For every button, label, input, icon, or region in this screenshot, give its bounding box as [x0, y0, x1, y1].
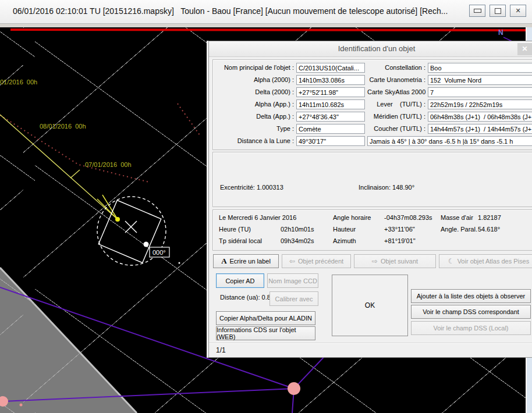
type-field[interactable]: Comète — [296, 124, 365, 134]
minimize-icon — [474, 9, 481, 13]
objet-suivant-text: Objet suivant — [381, 258, 418, 265]
objet-precedent-text: Objet précédent — [298, 258, 343, 265]
objet-suivant-button[interactable]: ⇨ Objet suivant — [354, 254, 436, 268]
object-counter: 1/1 — [216, 346, 226, 354]
north-indicator: N — [498, 29, 503, 37]
calibrer-avec-button[interactable]: Calibrer avec — [269, 291, 318, 306]
visibility-field: Jamais à 45° | à 30° dans -6.5 h |à 15° … — [367, 136, 532, 146]
ecrire-label-button[interactable]: A Ecrire un label — [213, 254, 279, 268]
type-label: Type : — [215, 124, 294, 134]
trajectory-date-label-08: 08/01/2016 00h — [40, 123, 86, 130]
window-frame-strip — [0, 24, 532, 27]
status-separator — [209, 343, 532, 343]
delta2000-field[interactable]: +27°52'11.98" — [296, 87, 365, 97]
angle-horaire-value: -04h37m08.293s — [384, 214, 441, 226]
copier-aladin-button[interactable]: Copier Alpha/Delta pour ALADIN — [216, 311, 315, 325]
informations-cds-button[interactable]: Informations CDS sur l'objet (WEB) — [216, 326, 315, 340]
voir-dss-correspondant-button[interactable]: Voir le champ DSS correspondant — [411, 305, 531, 319]
meridien-field[interactable]: 06h48m38s (J+1) / 06h48m38s (J+1) — [428, 112, 532, 122]
bright-star-dot[interactable] — [288, 382, 300, 395]
masse-air-label: Masse d'air — [441, 214, 478, 226]
dialog-close-icon: ✕ — [522, 45, 527, 53]
paral-label: Angle. Paral. — [441, 226, 478, 237]
nom-label: Nom principal de l'objet : — [215, 63, 294, 73]
heure-value: 02h10m01s — [281, 226, 333, 237]
voir-atlas-text: Voir objet Atlas des Pises — [457, 258, 530, 265]
angle-label-text: 000° — [152, 249, 166, 256]
meridien-label: Méridien (TU/TL) : — [367, 112, 425, 122]
bright-star-dot-left[interactable] — [0, 396, 8, 407]
window-title: 06/01/2016 02:10:01 TU [20151216.mapsky]… — [13, 6, 448, 16]
hauteur-value: +33°11'06" — [384, 226, 441, 237]
alphaapp-label: Alpha (App.) : — [215, 99, 294, 109]
trajectory-date-label-top: 01/2016 00h — [0, 79, 37, 86]
deltaapp-label: Delta (App.) : — [215, 112, 294, 122]
skyatlas-label: Carte SkyAtlas 2000 : — [367, 87, 425, 97]
dialog-title: Identification d'un objet — [209, 41, 532, 57]
identification-dialog: Identification d'un objet ✕ Nom principa… — [208, 41, 532, 358]
app-window: { "window": { "title": "06/01/2016 02:10… — [0, 0, 532, 413]
moon-icon: ☾ — [448, 257, 455, 265]
lune-field[interactable]: 49°30'17" — [296, 136, 365, 146]
excentricite-text: Excentricité: 1.000313 — [220, 181, 315, 194]
uranometria-field[interactable]: 152 Volume Nord — [428, 75, 532, 85]
azimuth-value: +81°19'01" — [384, 237, 441, 249]
window-titlebar: 06/01/2016 02:10:01 TU [20151216.mapsky]… — [0, 0, 532, 24]
skyatlas-field[interactable]: 7 — [428, 87, 532, 97]
selection-cross-marker — [125, 221, 137, 233]
angle-horaire-label: Angle horaire — [333, 214, 384, 226]
window-controls: ✕ — [469, 5, 526, 17]
copier-ad-button[interactable]: Copier AD — [216, 273, 264, 288]
coucher-field[interactable]: 14h44m57s (J+1) / 14h44m57s (J+1) — [428, 124, 532, 134]
ephemeris-group: Le Mercredi 6 Janvier 2016 Angle horaire… — [212, 209, 532, 251]
ephemeris-date: Le Mercredi 6 Janvier 2016 — [219, 214, 333, 226]
trajectory-date-label-07: 07/01/2016 00h — [85, 161, 132, 168]
nom-field[interactable]: C/2013US10(Catali... — [296, 63, 365, 73]
constellation-line-3 — [294, 355, 326, 389]
label-a-icon: A — [221, 257, 226, 266]
nom-image-ccd-button[interactable]: Nom Image CCD — [267, 273, 318, 288]
ajouter-liste-button[interactable]: Ajouter à la liste des objets à observer — [411, 289, 531, 303]
constellation-label: Constellation : — [367, 63, 425, 73]
paral-value: 54.618° — [478, 226, 532, 237]
azimuth-label: Azimuth — [333, 237, 384, 249]
inclinaison-text: Inclinaison: 148.90° — [359, 181, 417, 194]
restore-icon — [495, 8, 501, 14]
red-boundary-line — [10, 30, 532, 30]
sideral-value: 09h34m02s — [281, 237, 333, 249]
lever-label: Lever (TU/TL) : — [367, 99, 425, 109]
voir-dss-local-button[interactable]: Voir le champ DSS (Local) — [411, 321, 531, 335]
trajectory-date-tick — [70, 170, 80, 178]
masse-air-value: 1.82187 — [478, 214, 532, 226]
close-button[interactable]: ✕ — [510, 5, 526, 17]
small-star-dot — [20, 404, 23, 407]
coucher-label: Coucher (TU/TL) : — [367, 124, 425, 134]
arrow-right-icon: ⇨ — [372, 257, 378, 265]
identification-fields-group: Nom principal de l'objet : C/2013US10(Ca… — [212, 59, 532, 150]
voir-atlas-button[interactable]: ☾ Voir objet Atlas des Pises — [439, 254, 532, 268]
hauteur-label: Hauteur — [333, 226, 384, 237]
orbital-elements-group: Excentricité: 1.000313 Date de Per. 15/1… — [212, 152, 532, 207]
comet-tail-line-2 — [102, 195, 118, 219]
reference-star-dot[interactable] — [144, 242, 149, 247]
heure-label: Heure (TU) — [219, 226, 281, 237]
dialog-close-button[interactable]: ✕ — [517, 43, 532, 55]
restore-button[interactable] — [490, 5, 506, 17]
constellation-field[interactable]: Boo — [428, 63, 532, 73]
objet-precedent-button[interactable]: ⇦ Objet précédent — [282, 254, 351, 268]
minimize-button[interactable] — [469, 5, 485, 17]
uranometria-label: Carte Uranometria : — [367, 75, 425, 85]
alpha2000-label: Alpha (2000) : — [215, 75, 294, 85]
alpha2000-field[interactable]: 14h10m33.086s — [296, 75, 365, 85]
constellation-line-2 — [3, 389, 294, 401]
delta2000-label: Delta (2000) : — [215, 87, 294, 97]
lune-label: Distance à la Lune : — [215, 136, 294, 146]
deltaapp-field[interactable]: +27°48'36.43" — [296, 112, 365, 122]
sideral-label: Tp sidéral local — [219, 237, 281, 249]
alphaapp-field[interactable]: 14h11m10.682s — [296, 99, 365, 109]
lever-field[interactable]: 22h52m19s / 22h52m19s — [428, 99, 532, 109]
ok-button[interactable]: OK — [332, 275, 408, 336]
faint-star-dot — [179, 262, 180, 264]
arrow-left-icon: ⇦ — [289, 257, 295, 265]
comet-position-dot[interactable] — [115, 217, 120, 222]
